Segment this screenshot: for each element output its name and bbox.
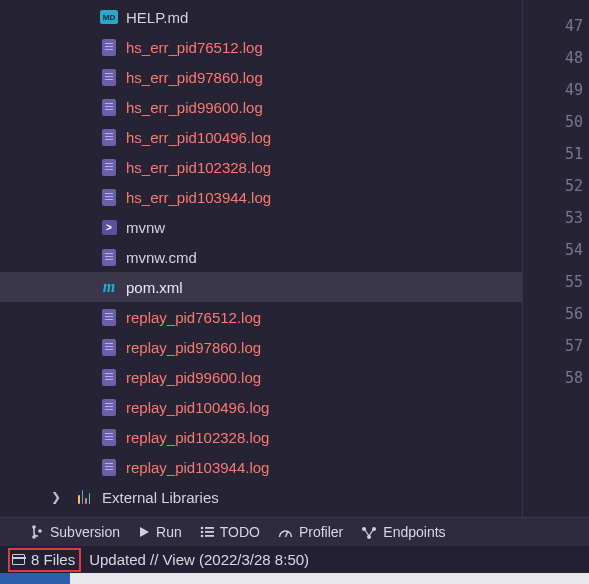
endpoints-icon (361, 526, 377, 539)
tree-file-row[interactable]: hs_err_pid99600.log (0, 92, 522, 122)
window-icon (12, 554, 25, 565)
tree-file-row[interactable]: MDHELP.md (0, 2, 522, 32)
tree-file-row[interactable]: hs_err_pid102328.log (0, 152, 522, 182)
tree-file-label: pom.xml (126, 279, 183, 296)
line-number: 53 (523, 202, 589, 234)
line-number: 56 (523, 298, 589, 330)
text-file-icon (100, 38, 118, 56)
svg-point-3 (200, 527, 203, 530)
text-file-icon (100, 68, 118, 86)
main-split: MDHELP.mdhs_err_pid76512.loghs_err_pid97… (0, 0, 589, 517)
line-number: 55 (523, 266, 589, 298)
tree-external-libraries[interactable]: ❯External Libraries (0, 482, 522, 512)
text-file-icon (100, 308, 118, 326)
status-files-count[interactable]: 8 Files (8, 548, 81, 572)
tree-file-row[interactable]: >mvnw (0, 212, 522, 242)
tree-file-label: HELP.md (126, 9, 188, 26)
tool-window-bar: Subversion Run TODO Profiler Endpoints (0, 517, 589, 546)
branch-icon (30, 525, 44, 539)
status-message: Updated // View (2022/3/28 8:50) (89, 551, 309, 568)
text-file-icon (100, 368, 118, 386)
svg-point-0 (32, 525, 36, 529)
line-number: 50 (523, 106, 589, 138)
toolwin-label: Endpoints (383, 524, 445, 540)
line-number (523, 394, 589, 410)
status-bar: 8 Files Updated // View (2022/3/28 8:50) (0, 546, 589, 573)
play-icon (138, 526, 150, 538)
shell-file-icon: > (100, 218, 118, 236)
svg-rect-6 (205, 531, 214, 533)
tree-file-label: mvnw (126, 219, 165, 236)
tree-file-label: hs_err_pid102328.log (126, 159, 271, 176)
svg-rect-4 (205, 527, 214, 529)
project-tree[interactable]: MDHELP.mdhs_err_pid76512.loghs_err_pid97… (0, 0, 522, 517)
markdown-file-icon: MD (100, 8, 118, 26)
tree-file-row[interactable]: replay_pid100496.log (0, 392, 522, 422)
tree-file-label: replay_pid102328.log (126, 429, 269, 446)
text-file-icon (100, 188, 118, 206)
toolwin-label: Subversion (50, 524, 120, 540)
text-file-icon (100, 158, 118, 176)
tree-file-label: hs_err_pid99600.log (126, 99, 263, 116)
line-number: 48 (523, 42, 589, 74)
toolwin-run[interactable]: Run (138, 524, 182, 540)
toolwin-profiler[interactable]: Profiler (278, 524, 343, 540)
tree-file-row[interactable]: hs_err_pid76512.log (0, 32, 522, 62)
external-libraries-icon (76, 488, 94, 506)
svg-point-1 (32, 535, 36, 539)
tree-file-label: replay_pid76512.log (126, 309, 261, 326)
line-number: 54 (523, 234, 589, 266)
svg-rect-8 (205, 535, 214, 537)
tree-file-row[interactable]: replay_pid102328.log (0, 422, 522, 452)
toolwin-endpoints[interactable]: Endpoints (361, 524, 445, 540)
tree-file-label: replay_pid97860.log (126, 339, 261, 356)
toolwin-label: Profiler (299, 524, 343, 540)
svg-point-5 (200, 531, 203, 534)
tree-file-row[interactable]: mpom.xml (0, 272, 522, 302)
text-file-icon (100, 338, 118, 356)
svg-point-7 (200, 535, 203, 538)
text-file-icon (100, 98, 118, 116)
tree-file-label: External Libraries (102, 489, 219, 506)
project-tree-panel: MDHELP.mdhs_err_pid76512.loghs_err_pid97… (0, 0, 522, 517)
maven-file-icon: m (100, 278, 118, 296)
tree-file-row[interactable]: mvnw.cmd (0, 242, 522, 272)
tree-file-row[interactable]: replay_pid99600.log (0, 362, 522, 392)
toolwin-label: TODO (220, 524, 260, 540)
tree-file-row[interactable]: hs_err_pid97860.log (0, 62, 522, 92)
status-files-label: 8 Files (31, 551, 75, 568)
chevron-right-icon: ❯ (50, 490, 62, 504)
scrollbar-track[interactable] (70, 573, 589, 584)
line-number: 49 (523, 74, 589, 106)
tree-file-label: replay_pid103944.log (126, 459, 269, 476)
line-number: 47 (523, 10, 589, 42)
svg-point-2 (38, 529, 42, 533)
toolwin-subversion[interactable]: Subversion (30, 524, 120, 540)
tree-file-label: hs_err_pid100496.log (126, 129, 271, 146)
toolwin-label: Run (156, 524, 182, 540)
tree-file-label: hs_err_pid76512.log (126, 39, 263, 56)
tree-file-row[interactable]: hs_err_pid103944.log (0, 182, 522, 212)
text-file-icon (100, 428, 118, 446)
line-number: 51 (523, 138, 589, 170)
text-file-icon (100, 248, 118, 266)
scrollbar-thumb[interactable] (0, 573, 70, 584)
tree-file-row[interactable]: replay_pid103944.log (0, 452, 522, 482)
tree-file-label: replay_pid100496.log (126, 399, 269, 416)
editor-gutter: 474849505152535455565758 (522, 0, 589, 517)
line-number: 58 (523, 362, 589, 394)
text-file-icon (100, 128, 118, 146)
gauge-icon (278, 526, 293, 539)
text-file-icon (100, 398, 118, 416)
line-number: 57 (523, 330, 589, 362)
line-number: 52 (523, 170, 589, 202)
tree-file-row[interactable]: replay_pid97860.log (0, 332, 522, 362)
toolwin-todo[interactable]: TODO (200, 524, 260, 540)
tree-file-label: mvnw.cmd (126, 249, 197, 266)
tree-file-label: replay_pid99600.log (126, 369, 261, 386)
text-file-icon (100, 458, 118, 476)
tree-file-row[interactable]: hs_err_pid100496.log (0, 122, 522, 152)
horizontal-scrollbar[interactable] (0, 573, 589, 584)
tree-file-label: hs_err_pid103944.log (126, 189, 271, 206)
tree-file-row[interactable]: replay_pid76512.log (0, 302, 522, 332)
